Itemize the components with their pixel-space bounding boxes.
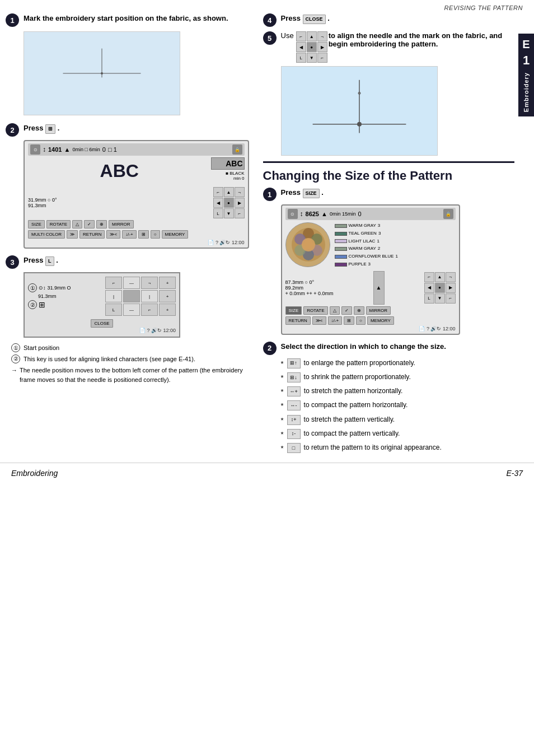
btn-tri-s1[interactable]: △ [330,306,340,315]
btn-mirror-s1[interactable]: MIRROR [366,306,391,315]
machine-action-buttons-2: SIZE ROTATE △ ✓ ⊕ MIRROR [28,220,245,228]
nav-btn-topright[interactable]: ¬ [235,187,245,197]
s5-btn-bl[interactable]: L [296,53,306,63]
side-scroll-btn[interactable]: ▲ [373,271,385,305]
move-btn-down-seg[interactable]: — [123,304,140,316]
size-btn-5[interactable]: ↕+ [287,415,301,425]
btn-return-s1[interactable]: RETURN [285,316,311,325]
btn-multicolor[interactable]: MULTI COLOR [28,230,65,239]
btn-nav[interactable]: ≫< [106,230,120,239]
nav-s1-br[interactable]: ⌐ [446,293,456,304]
nav-s1-right[interactable]: ▶ [446,283,456,293]
nav-btn-left[interactable]: ◀ [213,198,223,208]
size-btn-6[interactable]: ↕- [287,429,301,439]
s5-btn-center[interactable]: ● [307,42,317,52]
right-column: 4 Press CLOSE . 5 Use ⌐ ▲ ¬ ◀ ● [257,13,514,457]
btn-grid-s1[interactable]: ⊞ [344,316,354,325]
note-circle-1: ① [28,283,37,292]
btn-size-s1[interactable]: SIZE [285,306,302,315]
step-5-header: 5 Use ⌐ ▲ ¬ ◀ ● ▶ L ▼ ⌐ [263,31,514,62]
btn-adjust[interactable]: ↓/-+ [122,230,137,239]
arrow-icon: → [11,366,17,384]
step-2-button[interactable]: ⊞ [45,124,55,134]
move-btn-plus3[interactable]: + [159,304,176,316]
btn-check-s1[interactable]: ✓ [341,306,352,315]
machine-icon-bobbin: ▲ [64,146,70,153]
nav-btn-topleft[interactable]: ⌐ [213,187,223,197]
btn-rotate[interactable]: ROTATE [46,220,71,228]
s5-btn-down[interactable]: ▼ [307,53,317,63]
btn-mirror[interactable]: MIRROR [109,220,133,228]
btn-grid[interactable]: ⊞ [138,230,149,239]
size-btn-4[interactable]: ↔- [287,400,301,410]
step-3-button[interactable]: L [45,256,54,266]
btn-check[interactable]: ✓ [84,220,95,228]
machine-counter: 1401 [48,146,62,153]
btn-cross[interactable]: ⊕ [96,220,107,228]
swatch-2 [335,232,347,236]
nav-s1-center[interactable]: ● [435,283,445,293]
nav-btn-down[interactable]: ▼ [224,208,234,218]
move-btn-center[interactable] [123,290,140,302]
nav-s1-left[interactable]: ◀ [424,283,434,293]
machine-bottom-buttons-2: MULTI COLOR ≫ RETURN ≫< ↓/-+ ⊞ ○ MEMORY [28,230,245,239]
nav-s1-tr[interactable]: ¬ [446,272,456,282]
btn-memory[interactable]: MEMORY [162,230,189,239]
nav-s1-bl[interactable]: L [424,293,434,304]
btn-circ-s1[interactable]: ○ [356,316,366,325]
nav-btn-center[interactable]: ● [224,198,234,208]
nav-btn-right[interactable]: ▶ [235,198,245,208]
flower-pattern-display [285,222,330,267]
btn-nav-s1[interactable]: ≫< [312,316,326,325]
s5-btn-tr[interactable]: ¬ [317,31,327,41]
btn-mem-s1[interactable]: MEMORY [367,316,394,325]
move-btn-right-seg[interactable]: | [141,290,158,302]
machine-time: 0min □ 6min [72,147,100,152]
btn-return[interactable]: RETURN [79,230,105,239]
move-btn-plus2[interactable]: + [159,290,176,302]
move-btn-bl[interactable]: L [105,304,122,316]
btn-size[interactable]: SIZE [28,220,45,228]
s5-btn-left[interactable]: ◀ [296,42,306,52]
machine-icon-bobbin-s1: ▲ [321,211,327,217]
nav-btn-botright[interactable]: ⌐ [235,208,245,218]
color-item-2: TEAL GREEN 3 [335,230,400,237]
btn-rotate-s1[interactable]: ROTATE [303,306,327,315]
star-4: * [281,401,284,411]
machine-action-s1: SIZE ROTATE △ ✓ ⊕ MIRROR [285,306,456,315]
step-4-button[interactable]: CLOSE [303,15,326,24]
nav-btn-botleft[interactable]: L [213,208,223,218]
size-btn-2[interactable]: ⊞↓ [287,372,301,382]
move-btn-tr[interactable]: ¬ [141,277,158,289]
btn-cross-s1[interactable]: ⊕ [354,306,364,315]
size-text-7: to return the pattern to its original ap… [304,443,442,452]
nav-s1-tl[interactable]: ⌐ [424,272,434,282]
move-btn-up-seg[interactable]: — [123,277,140,289]
size-btn-3[interactable]: ↔+ [287,386,301,396]
note-label-2: ② [11,354,20,363]
move-btn-br[interactable]: ⌐ [141,304,158,316]
size-btn-7[interactable]: □ [287,443,301,453]
move-btn-left-seg[interactable]: | [105,290,122,302]
size-btn-1[interactable]: ⊞↑ [287,358,301,368]
machine-bottom-s1: RETURN ≫< ↓/-+ ⊞ ○ MEMORY [285,316,456,325]
move-btn-plus1[interactable]: + [159,277,176,289]
nav-s1-down[interactable]: ▼ [435,293,445,304]
step-3-header: 3 Press L . [6,255,249,269]
s5-btn-br[interactable]: ⌐ [317,53,327,63]
btn-adj-s1[interactable]: ↓/-+ [328,316,343,325]
time-min: min 0 [211,176,245,181]
move-btn-tl[interactable]: ⌐ [105,277,122,289]
btn-arrows[interactable]: ≫ [67,230,78,239]
section-step1-button[interactable]: SIZE [303,189,320,198]
s5-btn-tl[interactable]: ⌐ [296,31,306,41]
btn-circle[interactable]: ○ [151,230,160,239]
machine-icons-row: 📄 ? 🔊↻ 12:00 [208,240,244,245]
btn-triangle[interactable]: △ [72,220,82,228]
main-content: 1 Mark the embroidery start position on … [0,13,534,457]
s5-btn-right[interactable]: ▶ [317,42,327,52]
nav-btn-up[interactable]: ▲ [224,187,234,197]
nav-s1-up[interactable]: ▲ [435,272,445,282]
s5-btn-up[interactable]: ▲ [307,31,317,41]
close-btn-step3[interactable]: CLOSE [91,319,113,328]
